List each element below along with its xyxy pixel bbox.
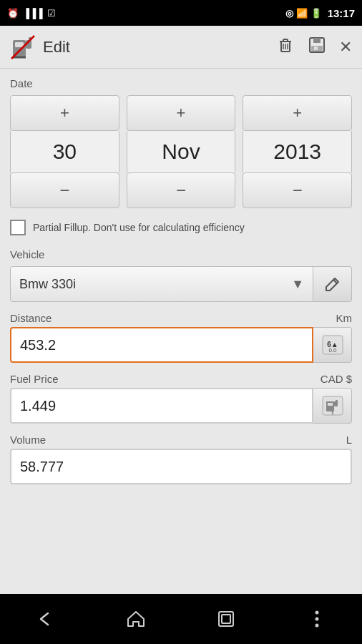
fuel-price-unit: CAD $ — [321, 373, 352, 385]
save-button[interactable] — [308, 36, 326, 59]
year-column: + 2013 − — [243, 95, 352, 208]
year-increment-button[interactable]: + — [243, 95, 352, 131]
title-bar: Edit ✕ — [0, 26, 362, 69]
checkbox-icon: ☑ — [47, 8, 56, 19]
svg-point-28 — [315, 611, 318, 615]
svg-rect-22 — [328, 403, 333, 406]
volume-header: Volume L — [10, 434, 352, 446]
day-increment-button[interactable]: + — [10, 95, 119, 131]
distance-unit: Km — [336, 312, 353, 324]
svg-rect-15 — [314, 47, 318, 50]
distance-header: Distance Km — [10, 312, 352, 324]
volume-label: Volume — [10, 434, 46, 446]
distance-input[interactable] — [10, 327, 313, 363]
battery-icon: 🔋 — [310, 8, 322, 19]
recents-button[interactable] — [205, 597, 248, 640]
distance-action-button[interactable]: 6▲ 0.0 — [313, 327, 352, 363]
partial-fillup-row: Partial Fillup. Don't use for calculatin… — [10, 220, 352, 235]
svg-rect-8 — [283, 39, 288, 42]
date-picker: + 30 − + Nov − + 2013 − — [10, 95, 352, 208]
day-column: + 30 − — [10, 95, 119, 208]
vehicle-edit-button[interactable] — [313, 266, 352, 302]
svg-point-30 — [315, 624, 318, 628]
status-bar: ⏰ ▐▐▐ ☑ ◎ 📶 🔋 13:17 — [0, 0, 362, 26]
time-display: 13:17 — [328, 7, 355, 19]
svg-rect-27 — [222, 615, 230, 623]
vehicle-selected: Bmw 330i — [19, 277, 76, 292]
distance-section: Distance Km 6▲ 0.0 — [10, 312, 352, 363]
partial-fillup-checkbox[interactable] — [10, 220, 26, 235]
distance-label: Distance — [10, 312, 52, 324]
fuel-price-label: Fuel Price — [10, 373, 59, 385]
month-decrement-button[interactable]: − — [127, 172, 236, 208]
status-bar-left: ⏰ ▐▐▐ ☑ — [7, 8, 56, 19]
fuel-price-input[interactable] — [10, 388, 313, 424]
day-decrement-button[interactable]: − — [10, 172, 119, 208]
wifi-icon: 📶 — [296, 8, 308, 19]
back-button[interactable] — [24, 597, 67, 640]
gas-pump-icon — [10, 34, 36, 60]
svg-text:0.0: 0.0 — [328, 347, 337, 353]
month-value: Nov — [127, 131, 236, 172]
bars-icon: ▐▐▐ — [23, 8, 43, 19]
vehicle-dropdown[interactable]: Bmw 330i ▼ — [10, 266, 313, 302]
home-button[interactable] — [114, 597, 157, 640]
close-button[interactable]: ✕ — [339, 38, 352, 57]
volume-row — [10, 449, 352, 484]
content-area: Date + 30 − + Nov − + 2013 − Partial Fil… — [0, 69, 362, 594]
svg-rect-1 — [15, 42, 24, 47]
svg-point-29 — [315, 618, 318, 621]
title-bar-actions: ✕ — [276, 36, 352, 59]
delete-button[interactable] — [276, 36, 295, 59]
year-value: 2013 — [243, 131, 352, 172]
volume-section: Volume L — [10, 434, 352, 484]
fuel-price-row: $ — [10, 388, 352, 424]
svg-text:$: $ — [331, 411, 333, 415]
status-bar-right: ◎ 📶 🔋 13:17 — [285, 7, 355, 19]
page-title: Edit — [43, 38, 276, 57]
svg-rect-13 — [313, 38, 321, 43]
dropdown-arrow-icon: ▼ — [291, 277, 304, 292]
month-column: + Nov − — [127, 95, 236, 208]
svg-rect-24 — [336, 400, 338, 403]
clock-icon: ◎ — [285, 8, 293, 19]
menu-button[interactable] — [295, 597, 338, 640]
fuel-price-section: Fuel Price CAD $ $ — [10, 373, 352, 424]
year-decrement-button[interactable]: − — [243, 172, 352, 208]
vehicle-label: Vehicle — [10, 248, 352, 260]
month-increment-button[interactable]: + — [127, 95, 236, 131]
volume-unit: L — [346, 434, 352, 446]
vehicle-row: Bmw 330i ▼ — [10, 266, 352, 302]
navigation-bar — [0, 594, 362, 644]
partial-fillup-label: Partial Fillup. Don't use for calculatin… — [33, 222, 245, 233]
fuel-price-action-button[interactable]: $ — [313, 388, 352, 424]
volume-input[interactable] — [10, 449, 352, 484]
alarm-icon: ⏰ — [7, 8, 19, 19]
day-value: 30 — [10, 131, 119, 172]
distance-row: 6▲ 0.0 — [10, 327, 352, 363]
fuel-price-header: Fuel Price CAD $ — [10, 373, 352, 385]
date-label: Date — [10, 77, 352, 89]
